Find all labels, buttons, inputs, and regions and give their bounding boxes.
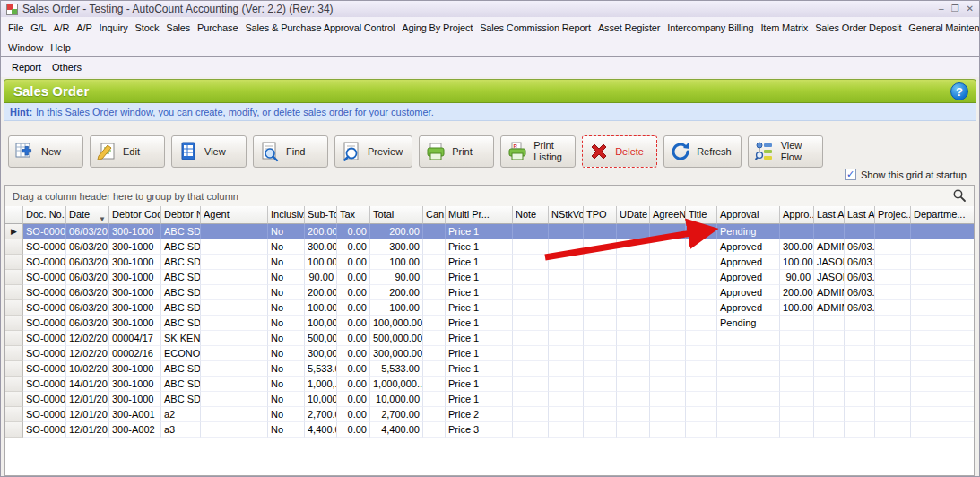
- row-selector-cell[interactable]: ▶: [5, 224, 23, 239]
- table-cell[interactable]: [650, 300, 686, 316]
- table-cell[interactable]: ABC SDN ...: [161, 224, 201, 239]
- table-cell[interactable]: 06/03/2026: [66, 224, 109, 239]
- close-icon[interactable]: ✕: [967, 4, 974, 13]
- table-cell[interactable]: 12/02/2026: [66, 331, 109, 346]
- table-cell[interactable]: 100,000.00: [370, 316, 423, 331]
- table-cell[interactable]: 06/03...: [845, 285, 875, 300]
- table-cell[interactable]: [423, 285, 446, 300]
- table-cell[interactable]: [686, 331, 717, 346]
- column-header-total[interactable]: Total: [370, 206, 423, 224]
- table-cell[interactable]: [686, 239, 717, 255]
- table-cell[interactable]: No: [268, 422, 305, 438]
- table-cell[interactable]: [617, 407, 650, 422]
- table-cell[interactable]: [423, 331, 446, 346]
- column-header-projec-[interactable]: Projec...: [875, 206, 911, 224]
- table-cell[interactable]: [875, 239, 911, 255]
- table-cell[interactable]: [911, 422, 975, 438]
- table-cell[interactable]: [911, 255, 975, 270]
- table-cell[interactable]: [201, 392, 268, 407]
- table-cell[interactable]: [780, 407, 814, 422]
- table-cell[interactable]: 00002/16: [109, 346, 161, 361]
- table-cell[interactable]: Price 1: [446, 316, 513, 331]
- table-cell[interactable]: [513, 331, 549, 346]
- column-header-debtor-n-[interactable]: Debtor N...: [161, 206, 201, 224]
- table-cell[interactable]: SO-000016: [23, 270, 66, 285]
- table-cell[interactable]: Price 3: [446, 422, 513, 438]
- table-cell[interactable]: No: [268, 300, 305, 316]
- table-cell[interactable]: [911, 331, 975, 346]
- table-cell[interactable]: 10,000.00: [370, 392, 423, 407]
- column-header-date[interactable]: Date▼: [66, 206, 109, 224]
- view-button[interactable]: View: [171, 135, 247, 168]
- table-cell[interactable]: [911, 239, 975, 255]
- table-cell[interactable]: 300-1000: [109, 224, 161, 239]
- table-cell[interactable]: 12/02/2026: [66, 346, 109, 361]
- table-cell[interactable]: 4,400.00: [370, 422, 423, 438]
- table-cell[interactable]: [423, 270, 446, 285]
- table-cell[interactable]: No: [268, 255, 305, 270]
- view-flow-button[interactable]: View Flow: [748, 135, 823, 168]
- table-row[interactable]: SO-00000412/01/2026300-1000ABC SDN ...No…: [5, 392, 974, 407]
- table-row[interactable]: SO-00001406/03/2026300-1000ABC SDN ...No…: [5, 300, 974, 316]
- table-cell[interactable]: [686, 361, 717, 377]
- table-cell[interactable]: SO-000022: [23, 224, 66, 239]
- row-selector-cell[interactable]: [5, 392, 23, 407]
- table-cell[interactable]: Approved: [717, 300, 780, 316]
- restore-icon[interactable]: ❐: [951, 4, 959, 13]
- table-cell[interactable]: SO-000015: [23, 285, 66, 300]
- table-cell[interactable]: [513, 346, 549, 361]
- table-cell[interactable]: Approved: [717, 285, 780, 300]
- table-cell[interactable]: ABC SDN ...: [161, 300, 201, 316]
- table-cell[interactable]: 14/01/2026: [66, 377, 109, 392]
- table-cell[interactable]: No: [268, 270, 305, 285]
- table-cell[interactable]: Approved: [717, 270, 780, 285]
- menu-inquiry[interactable]: Inquiry: [96, 21, 132, 35]
- table-cell[interactable]: Approved: [717, 239, 780, 255]
- table-cell[interactable]: [584, 346, 617, 361]
- table-cell[interactable]: [717, 407, 780, 422]
- table-cell[interactable]: 06/03...: [845, 255, 875, 270]
- table-cell[interactable]: 2,700.00: [370, 407, 423, 422]
- table-cell[interactable]: 100.00: [780, 255, 814, 270]
- table-cell[interactable]: [513, 361, 549, 377]
- table-cell[interactable]: ABC SDN ...: [161, 316, 201, 331]
- table-cell[interactable]: [845, 331, 875, 346]
- row-selector-cell[interactable]: [5, 422, 23, 438]
- table-cell[interactable]: Price 1: [446, 300, 513, 316]
- table-cell[interactable]: [584, 239, 617, 255]
- menu-stock[interactable]: Stock: [132, 21, 163, 35]
- row-selector-cell[interactable]: [5, 346, 23, 361]
- table-cell[interactable]: Price 1: [446, 224, 513, 239]
- table-cell[interactable]: [201, 361, 268, 377]
- table-cell[interactable]: ABC SDN ...: [161, 255, 201, 270]
- new-button[interactable]: New: [8, 135, 83, 168]
- column-header-agent[interactable]: Agent: [201, 206, 268, 224]
- table-cell[interactable]: [650, 377, 686, 392]
- table-cell[interactable]: [686, 316, 717, 331]
- table-cell[interactable]: [617, 224, 650, 239]
- table-cell[interactable]: [780, 316, 814, 331]
- table-cell[interactable]: 0.00: [337, 285, 370, 300]
- table-cell[interactable]: [584, 331, 617, 346]
- table-cell[interactable]: [549, 407, 584, 422]
- table-cell[interactable]: [617, 361, 650, 377]
- table-cell[interactable]: [650, 346, 686, 361]
- table-cell[interactable]: 06/03/2026: [66, 270, 109, 285]
- table-cell[interactable]: Price 1: [446, 285, 513, 300]
- table-cell[interactable]: [845, 316, 875, 331]
- menu-a-r[interactable]: A/R: [49, 21, 73, 35]
- table-cell[interactable]: [875, 300, 911, 316]
- table-cell[interactable]: [845, 224, 875, 239]
- menu-aging-by-project[interactable]: Aging By Project: [398, 21, 476, 35]
- table-cell[interactable]: [780, 224, 814, 239]
- table-cell[interactable]: 200.00: [305, 285, 337, 300]
- table-cell[interactable]: ADMIN: [814, 285, 845, 300]
- table-cell[interactable]: SO-000014: [23, 300, 66, 316]
- table-cell[interactable]: [549, 224, 584, 239]
- refresh-button[interactable]: Refresh: [663, 135, 742, 168]
- table-cell[interactable]: [717, 346, 780, 361]
- table-cell[interactable]: [201, 300, 268, 316]
- table-cell[interactable]: 1,000,000...: [370, 377, 423, 392]
- table-cell[interactable]: [617, 316, 650, 331]
- row-selector-cell[interactable]: [5, 316, 23, 331]
